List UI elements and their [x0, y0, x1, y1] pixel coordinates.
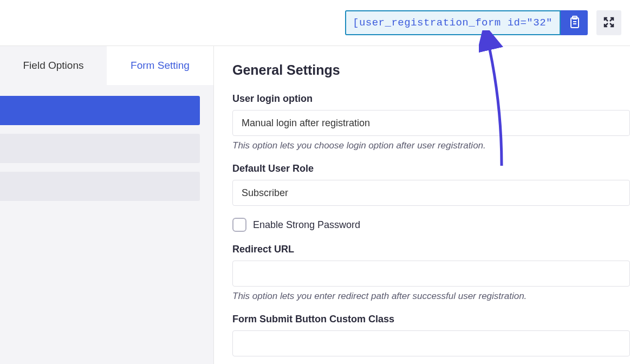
main-layout: Field Options Form Setting General Setti…	[0, 46, 630, 364]
top-bar	[0, 0, 630, 46]
sidebar-item-3[interactable]	[0, 172, 200, 201]
tab-form-setting[interactable]: Form Setting	[107, 46, 213, 85]
default-role-select[interactable]: Subscriber	[232, 180, 630, 206]
strong-password-checkbox[interactable]	[232, 218, 246, 232]
tab-field-options[interactable]: Field Options	[0, 46, 107, 85]
redirect-input[interactable]	[232, 261, 630, 287]
user-login-select[interactable]: Manual login after registration	[232, 110, 630, 136]
sidebar-items	[0, 85, 213, 201]
user-login-help: This option lets you choose login option…	[232, 140, 630, 151]
sidebar-item-1[interactable]	[0, 96, 200, 125]
clipboard-icon	[568, 16, 580, 30]
shortcode-input[interactable]	[345, 10, 561, 35]
submit-class-group: Form Submit Button Custom Class	[232, 314, 630, 356]
sidebar: Field Options Form Setting	[0, 46, 214, 364]
submit-class-input[interactable]	[232, 330, 630, 356]
page-title: General Settings	[232, 62, 630, 78]
content-panel: General Settings User login option Manua…	[214, 46, 630, 364]
strong-password-group: Enable Strong Password	[232, 218, 630, 232]
default-role-group: Default User Role Subscriber	[232, 163, 630, 206]
submit-class-label: Form Submit Button Custom Class	[232, 314, 630, 325]
expand-icon	[603, 17, 614, 29]
redirect-label: Redirect URL	[232, 244, 630, 255]
tabs: Field Options Form Setting	[0, 46, 213, 85]
fullscreen-button[interactable]	[596, 10, 621, 35]
copy-button[interactable]	[561, 10, 588, 35]
redirect-group: Redirect URL This option lets you enter …	[232, 244, 630, 302]
user-login-label: User login option	[232, 93, 630, 105]
sidebar-item-2[interactable]	[0, 134, 200, 163]
strong-password-label[interactable]: Enable Strong Password	[253, 219, 360, 231]
shortcode-group	[345, 10, 588, 35]
user-login-group: User login option Manual login after reg…	[232, 93, 630, 151]
default-role-label: Default User Role	[232, 163, 630, 174]
redirect-help: This option lets you enter redirect path…	[232, 291, 630, 302]
